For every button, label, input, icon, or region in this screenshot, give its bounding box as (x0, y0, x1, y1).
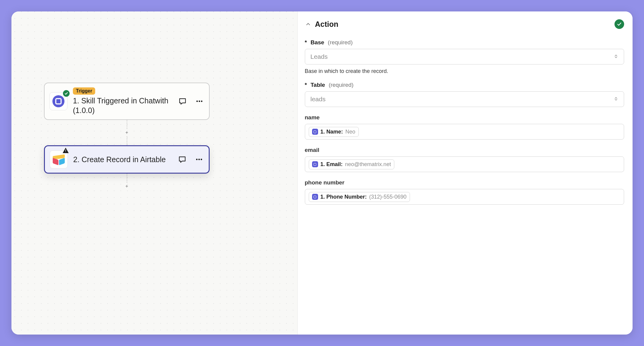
field-base: * Base (required) Leads Base in which to… (305, 39, 624, 74)
workflow-flow: Trigger 1. Skill Triggered in Chatwith (… (44, 83, 210, 190)
svg-point-3 (196, 159, 198, 160)
field-label: Base (311, 39, 324, 46)
token-value: (312)-555-0690 (369, 194, 407, 200)
required-text: (required) (329, 82, 353, 88)
data-token[interactable]: 1. Phone Number: (312)-555-0690 (309, 192, 410, 202)
svg-point-0 (196, 101, 198, 102)
airtable-icon (53, 153, 65, 165)
required-text: (required) (328, 39, 352, 46)
node-title: 1. Skill Triggered in Chatwith (1.0.0) (73, 96, 173, 115)
workflow-node-action[interactable]: 2. Create Record in Airtable (44, 145, 210, 174)
field-label: phone number (305, 179, 345, 186)
base-select[interactable]: Leads (305, 49, 624, 64)
name-input[interactable]: 1. Name: Neo (305, 124, 624, 140)
status-check-icon (63, 90, 70, 97)
select-caret-icon (614, 96, 618, 103)
token-label: 1. Name: (320, 129, 343, 135)
panel-title: Action (315, 20, 611, 29)
workflow-node-trigger[interactable]: Trigger 1. Skill Triggered in Chatwith (… (44, 83, 210, 120)
data-token[interactable]: 1. Name: Neo (309, 127, 359, 137)
token-value: Neo (345, 129, 355, 135)
node-title: 2. Create Record in Airtable (73, 155, 173, 164)
connector-end: + (44, 174, 210, 190)
svg-point-5 (201, 159, 202, 160)
collapse-toggle[interactable] (305, 21, 311, 27)
svg-point-1 (199, 101, 200, 102)
add-step-button[interactable]: + (124, 183, 130, 189)
required-star: * (305, 82, 307, 88)
phone-input[interactable]: 1. Phone Number: (312)-555-0690 (305, 189, 624, 205)
workflow-canvas[interactable]: Trigger 1. Skill Triggered in Chatwith (… (11, 11, 297, 335)
table-select[interactable]: leads (305, 91, 624, 107)
node-app-icon (50, 150, 68, 168)
status-warning-icon (63, 148, 69, 154)
field-label: email (305, 147, 320, 153)
required-star: * (305, 39, 307, 46)
field-email: email 1. Email: neo@thematrix.net (305, 147, 624, 172)
svg-point-4 (199, 159, 200, 160)
select-caret-icon (614, 53, 618, 60)
panel-status-icon (614, 19, 624, 29)
action-panel: Action * Base (required) Leads Base in w… (297, 11, 633, 335)
field-table: * Table (required) leads (305, 82, 624, 107)
trigger-badge: Trigger (73, 87, 95, 95)
add-step-button[interactable]: + (124, 130, 130, 136)
chatwith-icon (52, 95, 64, 107)
data-token[interactable]: 1. Email: neo@thematrix.net (309, 159, 394, 169)
select-value: Leads (311, 53, 328, 60)
select-value: leads (311, 96, 326, 103)
comment-button[interactable] (178, 97, 187, 105)
field-helper: Base in which to create the record. (305, 68, 624, 74)
field-phone: phone number 1. Phone Number: (312)-555-… (305, 179, 624, 205)
field-name: name 1. Name: Neo (305, 114, 624, 140)
email-input[interactable]: 1. Email: neo@thematrix.net (305, 156, 624, 172)
more-button[interactable] (195, 155, 203, 164)
token-label: 1. Phone Number: (320, 194, 367, 200)
connector: + (44, 120, 210, 145)
field-label: Table (311, 82, 325, 88)
chatwith-icon (312, 129, 318, 135)
chatwith-icon (312, 194, 318, 200)
field-label: name (305, 114, 320, 121)
node-app-icon (49, 92, 67, 110)
panel-header: Action (305, 19, 624, 29)
token-label: 1. Email: (320, 161, 343, 168)
token-value: neo@thematrix.net (345, 161, 391, 168)
chatwith-icon (312, 161, 318, 167)
more-button[interactable] (195, 97, 204, 105)
svg-point-2 (201, 101, 202, 102)
comment-button[interactable] (178, 155, 186, 164)
app-window: Trigger 1. Skill Triggered in Chatwith (… (11, 11, 633, 335)
